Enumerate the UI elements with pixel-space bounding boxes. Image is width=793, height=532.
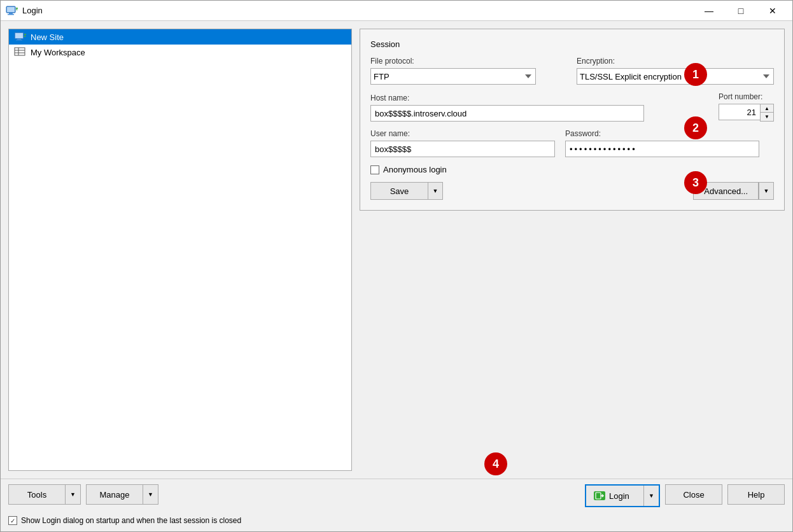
minimize-button[interactable]: —: [694, 2, 724, 20]
svg-rect-4: [16, 8, 18, 9]
port-number-input[interactable]: 21: [719, 104, 760, 120]
file-protocol-field: File protocol: FTP SFTP SCP WebDAV: [370, 57, 566, 85]
password-label: Password:: [565, 129, 774, 138]
svg-rect-2: [8, 14, 14, 15]
svg-rect-10: [15, 48, 25, 55]
title-bar: Login — □ ✕: [1, 1, 792, 21]
step-3-badge: 3: [684, 171, 707, 194]
tools-button-group: Tools ▼: [8, 484, 81, 507]
manage-button[interactable]: Manage: [86, 484, 143, 505]
manage-dropdown-button[interactable]: ▼: [143, 484, 158, 505]
tree-item-new-site[interactable]: New Site: [9, 29, 351, 45]
app-icon: [6, 4, 18, 17]
help-button[interactable]: Help: [727, 484, 785, 505]
tools-button[interactable]: Tools: [8, 484, 66, 505]
save-button[interactable]: Save: [370, 182, 428, 200]
session-group-title: Session: [370, 39, 774, 49]
login-button-label: Login: [609, 491, 629, 501]
content-area: New Site My Workspace: [1, 21, 792, 479]
file-protocol-select[interactable]: FTP SFTP SCP WebDAV: [370, 68, 536, 85]
password-input[interactable]: [565, 141, 759, 157]
login-button[interactable]: Login: [586, 486, 643, 506]
password-field: Password:: [565, 129, 774, 157]
svg-rect-1: [9, 13, 13, 14]
form-row-protocol: File protocol: FTP SFTP SCP WebDAV Encry…: [370, 57, 774, 85]
port-decrement-button[interactable]: ▼: [761, 113, 773, 121]
form-row-host: Host name: box$$$$$.introserv.cloud Port…: [370, 92, 774, 122]
save-button-group: Save ▼: [370, 182, 443, 200]
session-group: Session File protocol: FTP SFTP SCP WebD…: [360, 29, 785, 211]
footer-row: Show Login dialog on startup and when th…: [1, 512, 792, 531]
login-button-group: Login ▼: [585, 484, 660, 507]
tools-dropdown-button[interactable]: ▼: [66, 484, 81, 505]
save-dropdown-button[interactable]: ▼: [428, 182, 443, 200]
tree-item-my-workspace[interactable]: My Workspace: [9, 45, 351, 60]
form-row-credentials: User name: box$$$$$ Password:: [370, 129, 774, 157]
advanced-dropdown-button[interactable]: ▼: [759, 182, 774, 200]
tree-item-label: My Workspace: [31, 48, 85, 57]
user-name-label: User name:: [370, 129, 555, 138]
port-number-field: Port number: 21 ▲ ▼: [719, 92, 774, 122]
step-1-badge: 1: [684, 63, 707, 86]
anonymous-login-checkbox[interactable]: [370, 165, 379, 174]
anonymous-login-row: Anonymous login: [370, 165, 774, 174]
user-name-field: User name: box$$$$$: [370, 129, 555, 157]
session-panel: 1 2 3 Session File protocol: FTP: [360, 29, 785, 471]
svg-rect-14: [596, 493, 601, 499]
svg-rect-9: [24, 34, 26, 35]
show-login-checkbox[interactable]: [8, 516, 17, 525]
main-content: New Site My Workspace: [1, 21, 792, 531]
step-4-badge: 4: [484, 452, 507, 475]
login-icon: [594, 491, 605, 500]
manage-button-group: Manage ▼: [86, 484, 158, 507]
show-login-label: Show Login dialog on startup and when th…: [21, 516, 241, 525]
port-number-label: Port number:: [719, 92, 774, 101]
port-increment-button[interactable]: ▲: [761, 104, 773, 113]
session-button-row: Save ▼ Advanced... ▼: [370, 182, 774, 200]
svg-rect-3: [7, 7, 15, 12]
grid-icon: [14, 47, 27, 57]
port-wrapper: 21 ▲ ▼: [719, 104, 774, 122]
encryption-field: Encryption: TLS/SSL Explicit encryption …: [577, 57, 774, 85]
svg-rect-6: [15, 33, 23, 38]
title-controls: — □ ✕: [694, 2, 787, 20]
tree-item-label: New Site: [31, 32, 64, 42]
svg-rect-8: [16, 40, 22, 41]
login-dropdown-button[interactable]: ▼: [643, 486, 659, 506]
svg-rect-7: [17, 39, 21, 40]
user-name-input[interactable]: box$$$$$: [370, 141, 555, 157]
file-protocol-label: File protocol:: [370, 57, 566, 66]
port-spinners: ▲ ▼: [760, 104, 774, 122]
close-window-button[interactable]: ✕: [758, 2, 787, 20]
site-tree: New Site My Workspace: [8, 29, 352, 471]
host-name-label: Host name:: [370, 94, 708, 102]
encryption-select[interactable]: TLS/SSL Explicit encryption No encryptio…: [577, 68, 774, 85]
maximize-button[interactable]: □: [726, 2, 755, 20]
host-name-input[interactable]: box$$$$$.introserv.cloud: [370, 105, 644, 122]
close-button[interactable]: Close: [665, 484, 722, 505]
host-name-field: Host name: box$$$$$.introserv.cloud: [370, 94, 708, 122]
bottom-buttons: 4 Tools ▼ Manage ▼: [1, 479, 792, 512]
session-spacer: [360, 211, 785, 471]
login-window: Login — □ ✕: [0, 0, 793, 532]
monitor-icon: [14, 32, 27, 42]
step-2-badge: 2: [684, 116, 707, 139]
encryption-label: Encryption:: [577, 57, 774, 66]
anonymous-login-label: Anonymous login: [383, 165, 447, 174]
window-title: Login: [22, 6, 694, 15]
bottom-spacer: [164, 484, 580, 507]
